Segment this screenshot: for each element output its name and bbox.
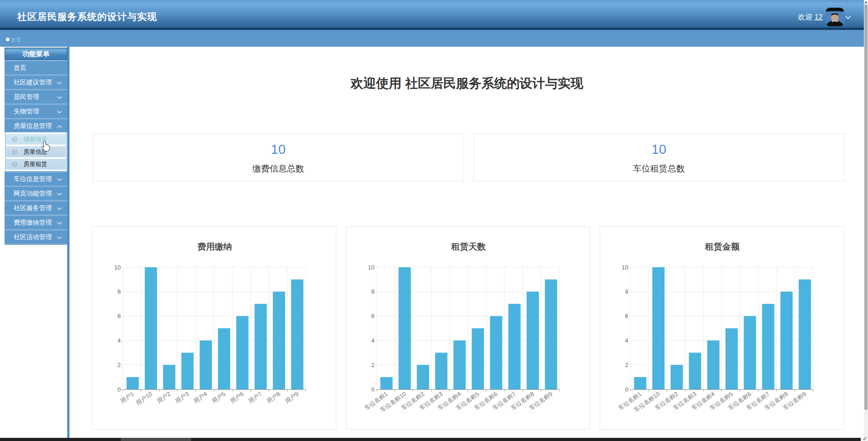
svg-text:0: 0 xyxy=(625,386,628,393)
svg-text:6: 6 xyxy=(625,313,628,319)
svg-text:用户3: 用户3 xyxy=(174,390,190,405)
svg-text:4: 4 xyxy=(118,337,121,344)
svg-text:租赁天数: 租赁天数 xyxy=(451,242,486,251)
svg-text:租赁金额: 租赁金额 xyxy=(705,242,740,251)
svg-text:8: 8 xyxy=(118,288,121,295)
svg-text:8: 8 xyxy=(371,288,375,295)
svg-text:用户5: 用户5 xyxy=(211,390,227,405)
svg-text:0: 0 xyxy=(371,386,375,393)
svg-text:10: 10 xyxy=(368,264,375,271)
svg-text:2: 2 xyxy=(371,362,375,368)
svg-text:6: 6 xyxy=(118,313,121,319)
svg-text:4: 4 xyxy=(625,337,628,344)
svg-text:8: 8 xyxy=(625,288,628,295)
svg-text:用户9: 用户9 xyxy=(284,390,300,405)
svg-text:2: 2 xyxy=(118,362,121,368)
svg-text:费用缴纳: 费用缴纳 xyxy=(197,242,232,251)
svg-text:用户7: 用户7 xyxy=(247,390,263,405)
svg-text:10: 10 xyxy=(622,264,628,271)
svg-text:2: 2 xyxy=(625,362,628,368)
svg-text:0: 0 xyxy=(118,386,121,393)
svg-text:用户10: 用户10 xyxy=(135,390,154,407)
svg-text:10: 10 xyxy=(114,264,121,271)
svg-text:用户1: 用户1 xyxy=(119,390,135,405)
svg-text:用户2: 用户2 xyxy=(156,390,172,405)
svg-text:4: 4 xyxy=(371,337,375,344)
svg-text:用户4: 用户4 xyxy=(192,390,208,405)
svg-text:6: 6 xyxy=(371,313,375,319)
svg-text:用户6: 用户6 xyxy=(229,390,245,405)
svg-text:用户8: 用户8 xyxy=(266,390,282,405)
